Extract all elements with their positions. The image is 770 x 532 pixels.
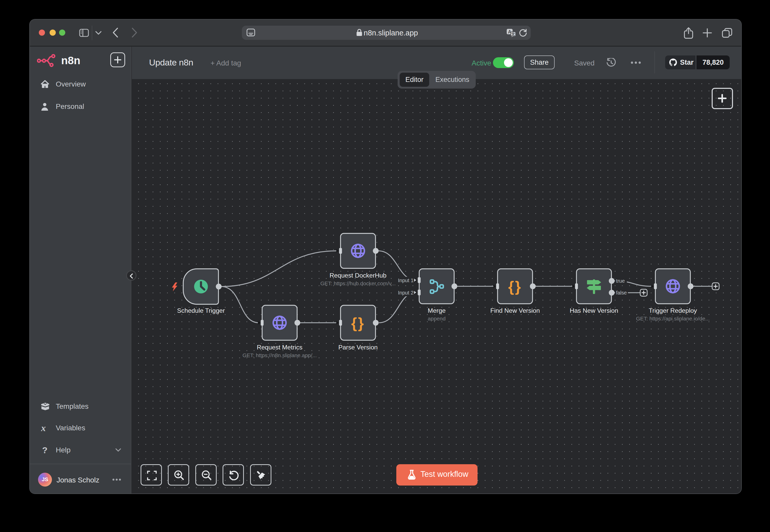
svg-text:GET: https://api.sliplane.io/d: GET: https://api.sliplane.io/de...	[636, 316, 710, 321]
svg-text:Request Metrics: Request Metrics	[257, 344, 303, 351]
svg-text:Input 1: Input 1	[398, 278, 414, 283]
svg-text:true: true	[616, 278, 625, 284]
svg-text:GET: https://hub.docker.com/v.: GET: https://hub.docker.com/v...	[320, 280, 396, 286]
svg-text:append: append	[428, 316, 445, 321]
svg-text:Parse Version: Parse Version	[338, 344, 378, 351]
svg-text:Trigger Redeploy: Trigger Redeploy	[649, 307, 697, 314]
svg-text:Merge: Merge	[428, 307, 446, 314]
svg-text:Input 2: Input 2	[398, 290, 414, 296]
svg-text:{}: {}	[351, 315, 365, 331]
svg-text:文: 文	[511, 32, 515, 36]
svg-text:GET: https://n8n.sliplane.app/: GET: https://n8n.sliplane.app/...	[242, 352, 317, 358]
svg-text:false: false	[616, 290, 627, 296]
svg-text:{}: {}	[508, 278, 522, 295]
svg-text:Has New Version: Has New Version	[570, 307, 618, 314]
svg-text:Request DockerHub: Request DockerHub	[330, 272, 386, 279]
svg-text:Schedule Trigger: Schedule Trigger	[177, 307, 225, 314]
svg-text:Find New Version: Find New Version	[490, 307, 540, 314]
